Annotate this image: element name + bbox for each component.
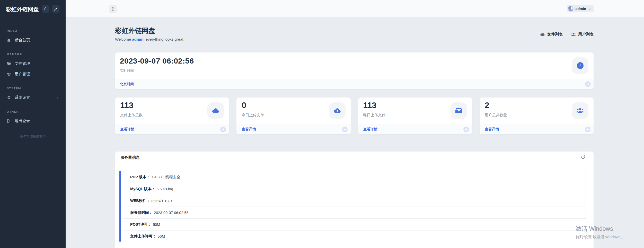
welcome-text: Welcome admin, everything looks great. [115,37,184,41]
cloud-upload-icon [333,107,341,114]
nav-section-label: INDEX [7,29,59,32]
nav-section-system: SYSTEM ⚙ 系统设置 [7,87,59,100]
page-title: 彩虹外链网盘 [115,26,155,35]
stat-value: 113 [363,101,377,110]
view-details-link[interactable]: 查看详情 [485,127,499,132]
nav-section-label: MANAGE [7,53,59,56]
server-row-php: PHP 版本：7.4.33非线程安全 [123,171,586,183]
view-details-link[interactable]: 查看详情 [120,127,135,132]
view-details-link[interactable]: 查看详情 [242,127,256,132]
server-row-post: POST许可：50M [123,218,586,230]
stat-card-total-users: 2 用户总共数量 查看详情 [480,98,594,134]
gear-icon: ⚙ [7,95,11,100]
nav-section-label: SYSTEM [7,87,59,90]
stat-value: 113 [120,101,134,110]
stat-label: 用户总共数量 [485,113,507,118]
sidebar-item-label: 后台首页 [15,38,30,43]
arrow-right-icon[interactable] [220,127,226,132]
server-row-upload: 文件上传许可：50M [123,230,586,242]
menu-kebab-button[interactable] [109,5,117,13]
view-details-link[interactable]: 查看详情 [363,127,378,132]
sidebar-nav: INDEX 后台首页 MANAGE 文件管理 用户管理 SYSTEM [0,29,66,124]
arrow-right-icon[interactable] [585,127,590,132]
inbox-icon [455,107,463,114]
stat-label: 今日上传文件 [242,113,264,118]
refresh-icon [581,155,585,160]
user-list-button[interactable]: 用户列表 [571,32,594,37]
home-icon [7,38,11,42]
refresh-button[interactable] [580,155,586,160]
users-icon [576,107,584,114]
arrow-right-icon[interactable] [342,127,348,132]
main-content: 彩虹外链网盘 Welcome admin, everything looks g… [66,17,644,248]
sidebar-item-user-manage[interactable]: 用户管理 [7,71,59,77]
sidebar-item-dashboard[interactable]: 后台首页 [7,37,59,43]
accent-bar [119,171,121,242]
server-info-title: 服务器信息 [120,155,140,160]
nav-section-label: OTHER [7,110,59,113]
server-row-time: 服务器时间：2023-09-07 06:02:56 [123,207,586,218]
chevron-left-icon [56,96,59,99]
sidebar-item-system-settings[interactable]: ⚙ 系统设置 [7,95,59,100]
welcome-user-link[interactable]: admin [132,37,143,41]
server-info-list: PHP 版本：7.4.33非线程安全 MySQL 版本：5.6.49-log W… [123,171,586,242]
beijing-time-link[interactable]: 北京时间 [120,82,134,86]
realtime-clock: 2023-09-07 06:02:56 [120,57,194,65]
stat-card-total-uploads: 113 文件上传总数 查看详情 [115,98,229,134]
clock-icon-container [572,57,588,74]
nav-section-manage: MANAGE 文件管理 用户管理 [7,53,59,77]
clock-icon [577,62,584,69]
sidebar-footer-note: - 更多功能敬请期待 - [0,135,66,139]
stat-label: 文件上传总数 [120,113,143,118]
server-info-card: 服务器信息 PHP 版本：7.4.33非线程安全 MySQL 版本：5.6.49… [115,152,594,248]
cloud-icon [212,107,219,114]
brush-icon [54,7,58,11]
quick-links: 文件列表 用户列表 [540,32,594,37]
folder-icon [7,61,11,66]
sidebar-item-logout[interactable]: 退出登录 [7,118,59,124]
sidebar-item-label: 用户管理 [15,72,30,77]
clock-card: 2023-09-07 06:02:56 实时时间 北京时间 [115,52,594,89]
logout-icon [7,119,11,123]
dark-mode-button[interactable]: ☾ [42,5,49,13]
sidebar-item-label: 退出登录 [15,119,30,123]
sidebar-item-label: 文件管理 [15,61,30,66]
sidebar-brand-row: 彩虹外链网盘 ☾ [0,0,66,18]
arrow-right-icon[interactable] [585,81,591,87]
clock-label: 实时时间 [120,68,134,73]
server-row-mysql: MySQL 版本：5.6.49-log [123,183,586,195]
kebab-icon [112,7,113,8]
topbar: admin [66,0,644,17]
stat-card-yesterday-uploads: 113 昨日上传文件 查看详情 [358,98,472,134]
stat-value: 0 [242,101,246,110]
arrow-right-icon[interactable] [463,127,469,132]
stat-card-today-uploads: 0 今日上传文件 查看详情 [236,98,350,134]
sidebar: 彩虹外链网盘 ☾ INDEX 后台首页 MANAGE 文件管理 [0,0,66,248]
server-row-web: WEB软件：nginx/1.18.0 [123,195,586,207]
stat-cards-row: 113 文件上传总数 查看详情 0 今日上传文件 查看详情 [115,98,594,134]
user-name: admin [576,7,586,11]
cloud-icon [540,32,545,37]
users-icon [571,32,576,37]
user-menu[interactable]: admin [567,5,594,12]
nav-section-other: OTHER 退出登录 [7,110,59,124]
users-icon [7,72,11,76]
file-list-button[interactable]: 文件列表 [540,32,563,37]
moon-icon: ☾ [44,7,47,11]
sidebar-item-file-manage[interactable]: 文件管理 [7,61,59,66]
sidebar-item-label: 系统设置 [15,95,30,100]
chevron-down-icon [588,7,591,10]
stat-label: 昨日上传文件 [363,113,386,118]
app-root: 彩虹外链网盘 ☾ INDEX 后台首页 MANAGE 文件管理 [0,0,644,248]
nav-section-index: INDEX 后台首页 [7,29,59,43]
brand-title: 彩虹外链网盘 [6,6,39,13]
theme-button[interactable] [52,5,59,13]
stat-value: 2 [485,101,489,110]
avatar [568,6,574,12]
